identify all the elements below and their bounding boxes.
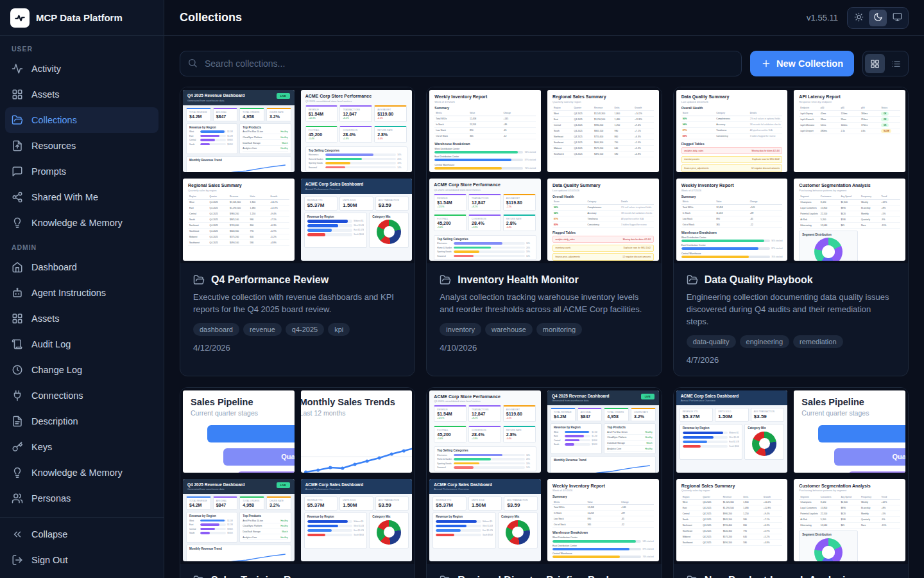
sidebar-item-knowledge-memory[interactable]: Knowledge & Memory [5,210,158,236]
collection-thumbnail: Customer Segmentation AnalysisPurchasing… [791,477,908,564]
sidebar-item-assets[interactable]: Assets [5,306,158,331]
collection-card[interactable]: Weekly Inventory ReportWeek of 4/7/2026S… [426,87,662,376]
collection-thumbnail: Monthly Sales TrendsLast 12 months [298,388,415,475]
sidebar-item-dashboard[interactable]: Dashboard [5,254,158,280]
search-wrap [180,51,742,76]
sidebar-item-label: Knowledge & Memory [31,468,123,478]
sidebar-item-assets[interactable]: Assets [5,82,158,107]
thumbnail-grid: Sales PipelineCurrent quarter stagesLead… [180,388,415,564]
plus-icon [761,58,771,69]
theme-dark-button[interactable] [869,10,887,26]
collection-thumbnail: Regional Sales SummaryQuarterly sales by… [674,477,791,564]
preview-sales-dashboard: ACME Corp Sales DashboardAnnual Performa… [301,479,413,561]
theme-system-button[interactable] [888,10,906,26]
bot-icon [12,287,23,299]
collection-card[interactable]: Data Quality SummaryLast updated 4/10/20… [673,87,909,376]
app-title: MCP Data Platform [36,12,123,23]
thumbnail-grid: Weekly Inventory ReportWeek of 4/7/2026S… [427,87,661,263]
sidebar-item-label: Connections [31,390,83,401]
monitor-icon [893,12,902,24]
sidebar-item-resources[interactable]: Resources [5,133,158,159]
tag: warehouse [485,323,533,336]
preview-regional-sales: Regional Sales SummaryQuarterly sales by… [183,179,295,261]
sidebar-item-label: Dashboard [31,262,77,272]
sidebar-item-collapse[interactable]: Collapse [5,521,158,547]
view-toggle [862,51,909,76]
page-title: Collections [180,11,242,24]
sidebar-item-collections[interactable]: Collections [5,107,158,133]
plug-icon [12,390,23,401]
file-up-icon [12,140,23,152]
new-collection-label: New Collection [776,58,843,69]
collection-card[interactable]: ACME Corp Store PerformanceQ1 2026 conso… [426,387,662,578]
collections-grid: Q4 2025 Revenue DashboardGenerated from … [180,87,909,578]
sidebar-item-label: Resources [31,141,76,151]
preview-regional-sales: Regional Sales SummaryQuarterly sales by… [547,90,659,172]
tag: data-quality [687,335,736,348]
sidebar-item-activity[interactable]: Activity [5,56,158,82]
preview-sales-pipeline: Sales PipelineCurrent quarter stagesLead… [183,390,295,473]
thumbnail-grid: ACME Corp Sales DashboardAnnual Performa… [674,388,908,564]
sidebar-item-personas[interactable]: Personas [5,486,158,511]
collection-date: 4/12/2026 [193,343,402,353]
thumbnail-grid: Q4 2025 Revenue DashboardGenerated from … [180,87,415,263]
preview-inventory-report: Weekly Inventory ReportWeek of 4/7/2026S… [429,90,541,172]
list-view-button[interactable] [886,54,906,73]
theme-light-button[interactable] [850,10,868,26]
live-badge: LIVE [277,93,290,99]
sidebar-item-label: Activity [31,64,61,74]
sidebar-item-keys[interactable]: Keys [5,434,158,460]
search-input[interactable] [180,51,742,76]
preview-sales-trends: Monthly Sales TrendsLast 12 months [301,390,413,473]
folder-icon [440,575,451,578]
category-mix-donut [752,432,776,456]
file-text-icon [12,416,23,427]
sidebar-item-label: Personas [31,493,71,504]
preview-store-performance: ACME Corp Store PerformanceQ1 2026 conso… [429,179,541,261]
collection-card[interactable]: Q4 2025 Revenue DashboardGenerated from … [180,87,415,376]
sidebar-item-sign-out[interactable]: Sign Out [5,547,158,573]
key-icon [12,441,23,453]
sidebar-item-prompts[interactable]: Prompts [5,159,158,184]
sidebar-item-description[interactable]: Description [5,408,158,434]
new-collection-button[interactable]: New Collection [750,51,854,76]
sidebar-item-label: Description [31,416,78,426]
collection-card[interactable]: ACME Corp Sales DashboardAnnual Performa… [673,387,909,578]
collection-thumbnail: ACME Corp Store PerformanceQ1 2026 conso… [427,176,543,263]
folder-icon [687,274,698,286]
collection-thumbnail: Sales PipelineCurrent quarter stagesLead… [180,388,297,475]
preview-api-latency: API Latency ReportResponse times by endp… [794,90,905,172]
sidebar-item-label: Audit Log [31,339,71,349]
folder-icon [193,274,205,286]
collection-thumbnail: ACME Corp Sales DashboardAnnual Performa… [298,477,415,564]
sidebar-item-agent-instructions[interactable]: Agent Instructions [5,280,158,306]
sidebar-item-audit-log[interactable]: Audit Log [5,331,158,357]
tag-list: data-qualityengineeringremediation [687,335,895,348]
grid-view-icon [870,59,880,69]
live-badge: LIVE [277,482,290,488]
grid-view-button[interactable] [865,54,885,73]
main-area: Collections v1.55.11 New Collection [164,0,924,578]
collection-thumbnail: Data Quality SummaryLast updated 4/10/20… [545,176,662,263]
grid-icon [12,89,23,100]
app-logo[interactable]: MCP Data Platform [0,0,164,36]
sidebar-item-label: Knowledge & Memory [31,218,123,228]
sidebar-item-knowledge-memory[interactable]: Knowledge & Memory [5,460,158,486]
sidebar-item-connections[interactable]: Connections [5,383,158,408]
collection-thumbnail: Q4 2025 Revenue DashboardGenerated from … [180,477,297,564]
collection-title: Inventory Health Monitor [458,274,578,286]
sidebar-item-label: Agent Instructions [31,288,106,298]
collection-card[interactable]: Sales PipelineCurrent quarter stagesLead… [180,387,415,578]
collection-description: Executive collection with revenue dashbo… [193,292,402,316]
live-badge: LIVE [641,394,654,399]
collection-title: Data Quality Playbook [705,274,813,286]
preview-revenue-dashboard: Q4 2025 Revenue DashboardGenerated from … [547,390,659,473]
app-layout: MCP Data Platform USERActivityAssetsColl… [0,0,924,578]
sidebar-item-change-log[interactable]: Change Log [5,357,158,383]
collection-thumbnail: Q4 2025 Revenue DashboardGenerated from … [545,388,662,475]
preview-sales-dashboard: ACME Corp Sales DashboardAnnual Performa… [676,390,788,473]
collection-thumbnail: Q4 2025 Revenue DashboardGenerated from … [180,87,297,175]
tag: remediation [793,335,843,348]
sidebar-item-shared-with-me[interactable]: Shared With Me [5,184,158,210]
tag-list: inventorywarehousemonitoring [440,323,648,336]
